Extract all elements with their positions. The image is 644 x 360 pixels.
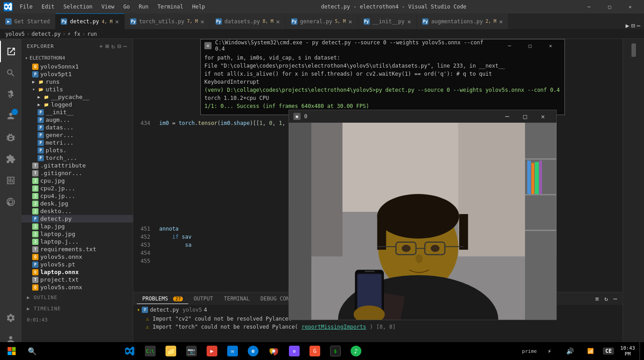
taskbar-edge[interactable]: e <box>243 342 263 360</box>
sidebar-item-yolov5pt1[interactable]: P yolov5pt1 <box>21 70 133 78</box>
sidebar-item-gener[interactable]: P gener... <box>21 131 133 139</box>
breadcrumb-detect[interactable]: detect.py <box>32 31 61 37</box>
breadcrumb-fx[interactable]: ⚡ fx <box>68 31 80 37</box>
refresh-icon[interactable]: ↻ <box>111 43 115 50</box>
webcam-close[interactable]: ✕ <box>534 110 552 123</box>
taskbar-search[interactable]: 🔍 <box>22 342 42 360</box>
activity-source-control[interactable] <box>0 84 21 105</box>
close-button[interactable]: ✕ <box>620 0 640 13</box>
activity-stats[interactable] <box>0 170 21 191</box>
taskbar-cmd[interactable]: C:\ <box>140 342 160 360</box>
taskbar-start[interactable] <box>2 342 21 360</box>
show-desktop-btn[interactable] <box>640 342 642 360</box>
sidebar-item-detectpy[interactable]: P detect.py <box>21 215 133 223</box>
sidebar-item-projecttxt[interactable]: T project.txt <box>21 276 133 283</box>
taskbar-terminal[interactable]: $ <box>326 342 345 360</box>
sidebar-item-cpu2jpg[interactable]: J cpu2.jp... <box>21 184 133 192</box>
activity-debug[interactable] <box>0 127 21 148</box>
sidebar-item-runs[interactable]: ▶ 📁 runs <box>21 78 133 86</box>
cmd-close[interactable]: ✕ <box>540 39 561 52</box>
sidebar-item-yolov5spt[interactable]: P yolov5s.pt <box>21 261 133 268</box>
cmd-controls[interactable]: ─ □ ✕ <box>499 39 561 52</box>
run-icon[interactable]: ▶ <box>626 22 629 29</box>
tab-close-init[interactable]: ✕ <box>407 18 411 25</box>
split-icon[interactable]: ⊟ <box>631 22 635 29</box>
menu-terminal[interactable]: Terminal <box>154 2 187 12</box>
tab-datasets[interactable]: Py datasets.py 8, M ✕ <box>210 13 286 29</box>
menu-edit[interactable]: Edit <box>38 2 58 12</box>
minimize-button[interactable]: ─ <box>579 0 599 13</box>
webcam-maximize[interactable]: □ <box>516 110 534 123</box>
problem-chevron[interactable]: ▾ <box>137 307 140 313</box>
tab-terminal[interactable]: TERMINAL <box>218 294 255 304</box>
sidebar-item-laptoponnx[interactable]: O laptop.onnx <box>21 268 133 276</box>
tab-torch-utils[interactable]: Py torch_utils.py 7, M ✕ <box>125 13 210 29</box>
sidebar-item-reqtxt[interactable]: T requirements.txt <box>21 245 133 253</box>
tab-augmentations[interactable]: Py augmentations.py 2, M ✕ <box>417 13 508 29</box>
menu-help[interactable]: Help <box>189 2 209 12</box>
sidebar-item-utils[interactable]: ▾ 📂 utils <box>21 86 133 93</box>
terminal-filter-icon[interactable]: ≡ <box>593 295 601 302</box>
activity-search[interactable] <box>0 62 21 84</box>
sidebar-item-laptopj2[interactable]: J laptop.j... <box>21 238 133 245</box>
problem-link-2[interactable]: reportMissingImports <box>301 323 366 331</box>
breadcrumb-yolov5[interactable]: yolov5 <box>5 31 25 37</box>
tab-output[interactable]: OUTPUT <box>188 294 218 304</box>
ce-badge[interactable]: CE <box>603 347 614 355</box>
terminal-refresh-icon[interactable]: ↻ <box>602 295 610 302</box>
menu-bar[interactable]: File Edit Selection View Go Run Terminal… <box>16 2 209 12</box>
sidebar-item-augm[interactable]: P augm... <box>21 116 133 124</box>
sidebar-item-cpujpg[interactable]: J cpu.jpg <box>21 177 133 184</box>
tab-problems[interactable]: PROBLEMS 27 <box>137 294 188 304</box>
project-header[interactable]: ▾ ELECTROTHON4 <box>21 53 133 63</box>
tab-close-general[interactable]: ✕ <box>348 18 352 25</box>
taskbar-tray-network2[interactable]: 📶 <box>580 342 600 360</box>
taskbar-chrome[interactable] <box>264 342 284 360</box>
tab-get-started[interactable]: ▶ Get Started <box>0 13 55 29</box>
taskbar-devtools[interactable]: ⚙ <box>284 342 304 360</box>
sidebar-item-desktojpg[interactable]: J deskto... <box>21 207 133 215</box>
activity-explorer[interactable] <box>0 41 21 62</box>
activity-extensions[interactable] <box>0 148 21 170</box>
collapse-icon[interactable]: ⊟ <box>117 43 121 50</box>
webcam-controls[interactable]: ─ □ ✕ <box>498 110 552 123</box>
activity-remote[interactable] <box>0 191 21 213</box>
sidebar-item-plots[interactable]: P plots. <box>21 146 133 154</box>
webcam-minimize[interactable]: ─ <box>498 110 516 123</box>
sidebar-item-init[interactable]: P __init__ <box>21 108 133 116</box>
taskbar-media[interactable]: ▶ <box>202 342 222 360</box>
sidebar-item-yolov5onnx1[interactable]: O yolov5onnx1 <box>21 63 133 70</box>
activity-settings[interactable] <box>0 307 21 329</box>
taskbar-tray-sound[interactable]: 🔊 <box>560 342 580 360</box>
taskbar-vscode[interactable] <box>120 342 140 360</box>
sidebar-item-yolov5sonnx[interactable]: O yolov5s.onnx <box>21 253 133 261</box>
outline-section[interactable]: ▶ OUTLINE <box>21 291 133 304</box>
menu-view[interactable]: View <box>98 2 118 12</box>
taskbar-tray-network[interactable]: ⚡ <box>539 342 559 360</box>
scrollbar-thumb[interactable] <box>631 43 636 57</box>
menu-selection[interactable]: Selection <box>60 2 96 12</box>
sidebar-item-laptopjpg[interactable]: J laptop.jpg <box>21 230 133 238</box>
menu-run[interactable]: Run <box>135 2 152 12</box>
sidebar-header-icons[interactable]: + ⊞ ↻ ⊟ ⋯ <box>99 43 127 50</box>
scrollbar[interactable] <box>631 39 636 350</box>
sidebar-item-cpu4jpg[interactable]: J cpu4.jp... <box>21 192 133 200</box>
tab-close-datasets[interactable]: ✕ <box>276 18 280 25</box>
taskbar-explorer[interactable]: 📁 <box>161 342 181 360</box>
taskbar-spotify[interactable]: ♪ <box>346 342 366 360</box>
menu-file[interactable]: File <box>16 2 36 12</box>
sidebar-item-gitign[interactable]: T .gitignor... <box>21 169 133 177</box>
activity-user[interactable] <box>0 105 21 127</box>
maximize-button[interactable]: □ <box>599 0 620 13</box>
more-options-icon[interactable]: ⋯ <box>123 43 127 50</box>
taskbar-camera[interactable]: 📷 <box>182 342 201 360</box>
taskbar-clock[interactable]: 10:43 PM <box>617 345 639 357</box>
sidebar-item-torch[interactable]: P torch_... <box>21 154 133 162</box>
sidebar-item-yolov5sonnx2[interactable]: O yolov5s.onnx <box>21 283 133 291</box>
tab-close-augm[interactable]: ✕ <box>499 18 503 25</box>
window-controls[interactable]: ─ □ ✕ <box>579 0 640 13</box>
cmd-minimize[interactable]: ─ <box>499 39 520 52</box>
sidebar-item-pycache[interactable]: ▶ 📁 __pycache__ <box>21 93 133 101</box>
tab-general[interactable]: Py general.py 5, M ✕ <box>286 13 358 29</box>
new-file-icon[interactable]: + <box>99 43 103 50</box>
